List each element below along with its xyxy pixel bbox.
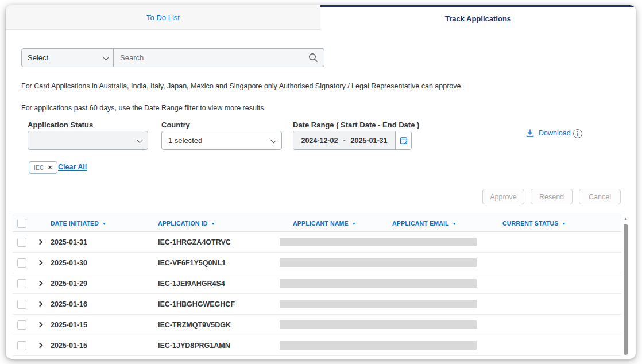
date-initiated-cell: 2025-01-30 [51, 259, 158, 267]
redacted-applicant-info [280, 279, 477, 288]
redacted-applicant-info [280, 300, 477, 308]
date-initiated-cell: 2025-01-15 [51, 321, 158, 329]
date-initiated-cell: 2025-01-15 [51, 342, 158, 350]
end-date: 2025-01-31 [351, 137, 388, 145]
search-category-select[interactable]: Select [22, 49, 114, 67]
bulk-actions: Approve Resend Cancel [482, 189, 621, 204]
column-header-applicant-name[interactable]: APPLICANT NAME ▼ [279, 220, 392, 227]
row-checkbox[interactable] [17, 258, 26, 268]
date-range-value[interactable]: 2024-12-02 - 2025-01-31 [293, 131, 396, 149]
tab-bar: To Do List Track Applications [6, 5, 636, 30]
application-id-cell: IEC-TRZMQT9V5DGK [158, 321, 279, 329]
tab-to-do-list-label: To Do List [146, 13, 180, 22]
close-icon[interactable]: × [48, 164, 52, 171]
column-header-current-status[interactable]: CURRENT STATUS ▼ [502, 220, 621, 227]
note-date-range-hint: For applications past 60 days, use the D… [21, 104, 266, 112]
row-checkbox[interactable] [17, 238, 26, 247]
chevron-right-icon [37, 322, 43, 328]
date-initiated-cell: 2025-01-31 [51, 238, 158, 246]
redacted-applicant-info [280, 320, 477, 329]
info-icon[interactable]: i [573, 129, 582, 138]
table-row: 2025-01-15 IEC-TRZMQT9V5DGK PA Declined [13, 315, 621, 335]
table-row: 2025-01-30 IEC-VF6F1Y5Q0NL1 PA Declined [13, 253, 621, 273]
table-row: 2025-01-16 IEC-1HBGHGWEGHCF Application … [13, 294, 621, 315]
table-scrollbar: ▲ [623, 216, 628, 358]
search-combo: Select [21, 48, 324, 67]
chevron-down-icon [103, 53, 109, 60]
search-category-value: Select [28, 53, 103, 62]
column-header-application-id[interactable]: APPLICATION ID ▼ [158, 220, 279, 227]
date-initiated-cell: 2025-01-16 [51, 300, 158, 308]
chip-label: IEC [34, 165, 44, 171]
date-initiated-cell: 2025-01-29 [51, 280, 158, 288]
clear-all-link[interactable]: Clear All [58, 163, 87, 171]
redacted-applicant-info [280, 341, 477, 350]
note-approval-rules: For Card Applications in Australia, Indi… [21, 82, 463, 90]
date-separator: - [343, 137, 345, 145]
chevron-down-icon [137, 136, 143, 142]
expand-row-button[interactable] [38, 240, 51, 244]
table-row: 2025-01-31 IEC-1HRGZA4OTRVC Pending Pre-… [13, 232, 621, 253]
date-range-label: Date Range ( Start Date - End Date ) [293, 121, 419, 129]
country-value: 1 selected [168, 136, 270, 145]
country-select[interactable]: 1 selected [161, 131, 282, 150]
chevron-right-icon [37, 343, 43, 348]
tab-track-applications[interactable]: Track Applications [320, 5, 636, 30]
expand-row-button[interactable] [38, 343, 51, 347]
redacted-applicant-info [280, 238, 477, 246]
country-label: Country [161, 121, 190, 129]
table-header: DATE INITIATED ▼ APPLICATION ID ▼ APPLIC… [13, 215, 621, 232]
application-id-cell: IEC-1HBGHGWEGHCF [158, 300, 279, 308]
approve-button[interactable]: Approve [482, 189, 524, 204]
table-row: 2025-01-15 IEC-1JYD8PRG1AMN PA Declined [13, 335, 621, 356]
application-status-select[interactable] [28, 131, 148, 150]
tab-to-do-list[interactable]: To Do List [6, 5, 320, 30]
applications-table: DATE INITIATED ▼ APPLICATION ID ▼ APPLIC… [13, 215, 621, 356]
sort-icon[interactable]: ▼ [352, 222, 356, 226]
tab-track-applications-label: Track Applications [445, 14, 511, 23]
application-id-cell: IEC-1JYD8PRG1AMN [158, 342, 279, 350]
download-link[interactable]: Download [525, 129, 571, 138]
chevron-right-icon [37, 281, 43, 286]
chevron-down-icon [270, 136, 277, 142]
search-input[interactable] [120, 53, 296, 62]
sort-icon[interactable]: ▼ [562, 222, 566, 226]
cancel-button[interactable]: Cancel [579, 189, 621, 204]
filter-chip-iec[interactable]: IEC × [29, 161, 57, 174]
search-icon [308, 53, 318, 63]
application-id-cell: IEC-VF6F1Y5Q0NL1 [158, 259, 279, 267]
application-id-cell: IEC-1HRGZA4OTRVC [158, 238, 279, 246]
chevron-right-icon [37, 260, 43, 266]
sort-icon[interactable]: ▼ [102, 222, 106, 226]
chevron-right-icon [37, 239, 43, 245]
search-input-wrap [114, 49, 302, 67]
chevron-right-icon [37, 301, 43, 307]
column-header-date-initiated[interactable]: DATE INITIATED ▼ [51, 220, 158, 227]
select-all-checkbox[interactable] [17, 219, 26, 228]
download-icon [525, 129, 535, 138]
sort-icon[interactable]: ▼ [211, 222, 215, 226]
application-status-label: Application Status [28, 121, 93, 129]
resend-button[interactable]: Resend [531, 189, 573, 204]
table-row: 2025-01-29 IEC-1JEI9AHGR4S4 PA Declined [13, 273, 621, 294]
calendar-button[interactable] [396, 131, 411, 149]
expand-row-button[interactable] [38, 323, 51, 327]
application-id-cell: IEC-1JEI9AHGR4S4 [158, 280, 279, 288]
sort-icon[interactable]: ▼ [453, 222, 457, 226]
applications-panel: To Do List Track Applications Select For… [6, 5, 636, 359]
expand-row-button[interactable] [38, 281, 51, 285]
expand-row-button[interactable] [38, 302, 51, 306]
info-glyph: i [577, 131, 579, 137]
row-checkbox[interactable] [17, 300, 26, 309]
row-checkbox[interactable] [17, 320, 26, 330]
row-checkbox[interactable] [17, 341, 26, 350]
download-label: Download [539, 129, 571, 137]
scroll-up-icon[interactable]: ▲ [623, 216, 628, 220]
start-date: 2024-12-02 [301, 137, 338, 145]
search-button[interactable] [302, 49, 324, 67]
date-range-field: 2024-12-02 - 2025-01-31 [293, 131, 412, 150]
expand-row-button[interactable] [38, 261, 51, 265]
column-header-applicant-email[interactable]: APPLICANT EMAIL ▼ [392, 220, 502, 227]
scrollbar-thumb[interactable] [624, 224, 628, 355]
row-checkbox[interactable] [17, 279, 26, 288]
